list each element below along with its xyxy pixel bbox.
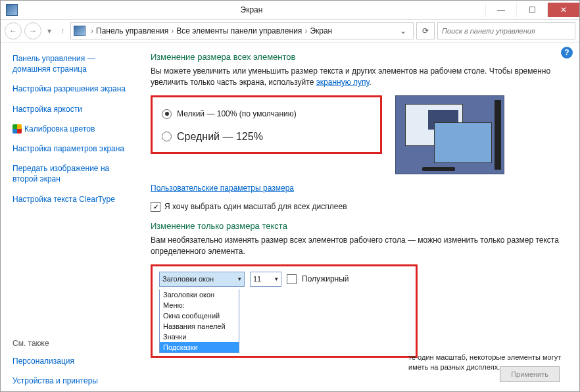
see-also-label: См. также (12, 339, 132, 348)
bold-label: Полужирный (302, 274, 349, 283)
sidebar: Панель управления —домашняя страница Нас… (1, 43, 139, 392)
monitor-illustration (395, 95, 504, 174)
chevron-right-icon: › (170, 26, 175, 36)
option-titles[interactable]: Заголовки окон (160, 289, 239, 300)
window-title: Экран (18, 5, 485, 14)
chevron-down-icon: ▾ (275, 276, 278, 282)
sidebar-params[interactable]: Настройка параметров экрана (12, 143, 132, 154)
heading-text-size: Изменение только размера текста (151, 221, 565, 231)
option-msgbox[interactable]: Окна сообщений (160, 310, 239, 321)
intro-paragraph: Вы можете увеличить или уменьшить размер… (151, 66, 565, 89)
history-dropdown[interactable]: ▾ (44, 23, 55, 39)
radio-small[interactable] (162, 109, 172, 119)
text-element-group: Заголовки окон▾ 11▾ Полужирный Заголовки… (151, 264, 418, 358)
breadcrumb-all[interactable]: Все элементы панели управления (176, 26, 302, 36)
forward-button[interactable]: → (24, 22, 41, 39)
app-icon (6, 4, 18, 16)
shield-icon (12, 124, 22, 134)
breadcrumb-root[interactable]: Панель управления (96, 26, 168, 36)
text-size-paragraph: Вам необязательно изменять размер всех э… (151, 235, 565, 258)
close-button[interactable]: ✕ (547, 3, 579, 17)
option-icons[interactable]: Значки (160, 331, 239, 342)
help-icon[interactable]: ? (561, 47, 573, 59)
chevron-right-icon: › (303, 26, 308, 36)
fontsize-select[interactable]: 11▾ (250, 272, 281, 287)
sidebar-project[interactable]: Передать изображение на второй экран (12, 163, 132, 184)
up-button[interactable]: ↑ (57, 23, 68, 39)
radio-small-label: Мелкий — 100% (по умолчанию) (177, 109, 297, 118)
heading-resize-all: Изменение размера всех элементов (151, 52, 565, 62)
breadcrumb[interactable]: › Панель управления › Все элементы панел… (70, 22, 414, 39)
breadcrumb-leaf[interactable]: Экран (310, 26, 332, 36)
single-scale-label: Я хочу выбрать один масштаб для всех дис… (164, 202, 347, 211)
magnifier-link[interactable]: экранную лупу (316, 78, 370, 87)
element-dropdown-list: Заголовки окон Меню: Окна сообщений Назв… (159, 289, 239, 353)
back-button[interactable]: ← (5, 22, 22, 39)
chevron-right-icon: › (89, 26, 95, 36)
sidebar-devices[interactable]: Устройства и принтеры (12, 376, 132, 386)
sidebar-brightness[interactable]: Настройка яркости (12, 104, 132, 114)
radio-medium-label: Средний — 125% (177, 131, 263, 143)
main-panel: ? Изменение размера всех элементов Вы мо… (139, 43, 579, 392)
option-panels[interactable]: Названия панелей (160, 321, 239, 331)
single-scale-checkbox[interactable] (151, 202, 160, 212)
refresh-button[interactable]: ⟳ (416, 22, 435, 39)
custom-size-link[interactable]: Пользовательские параметры размера (151, 184, 565, 193)
scale-options-group: Мелкий — 100% (по умолчанию) Средний — 1… (151, 95, 382, 154)
maximize-button[interactable]: ☐ (516, 3, 547, 17)
navbar: ← → ▾ ↑ › Панель управления › Все элемен… (1, 20, 579, 43)
sidebar-calibrate[interactable]: Калибровка цветов (12, 124, 132, 134)
titlebar: Экран — ☐ ✕ (1, 1, 579, 20)
control-panel-icon (74, 26, 85, 36)
radio-medium[interactable] (162, 132, 172, 141)
sidebar-resolution[interactable]: Настройка разрешения экрана (12, 84, 132, 94)
sidebar-personalization[interactable]: Персонализация (12, 356, 132, 366)
element-select[interactable]: Заголовки окон▾ (159, 272, 245, 287)
option-tooltips[interactable]: Подсказки (160, 342, 239, 353)
option-menu[interactable]: Меню: (160, 300, 239, 310)
minimize-button[interactable]: — (485, 3, 516, 17)
breadcrumb-dropdown[interactable]: ⌄ (396, 26, 410, 36)
bold-checkbox[interactable] (287, 274, 297, 284)
apply-button[interactable]: Применить (500, 366, 560, 382)
search-input[interactable] (437, 22, 575, 39)
sidebar-cleartype[interactable]: Настройка текста ClearType (12, 194, 132, 205)
sidebar-home[interactable]: Панель управления —домашняя страница (12, 53, 132, 74)
chevron-down-icon: ▾ (238, 276, 241, 282)
